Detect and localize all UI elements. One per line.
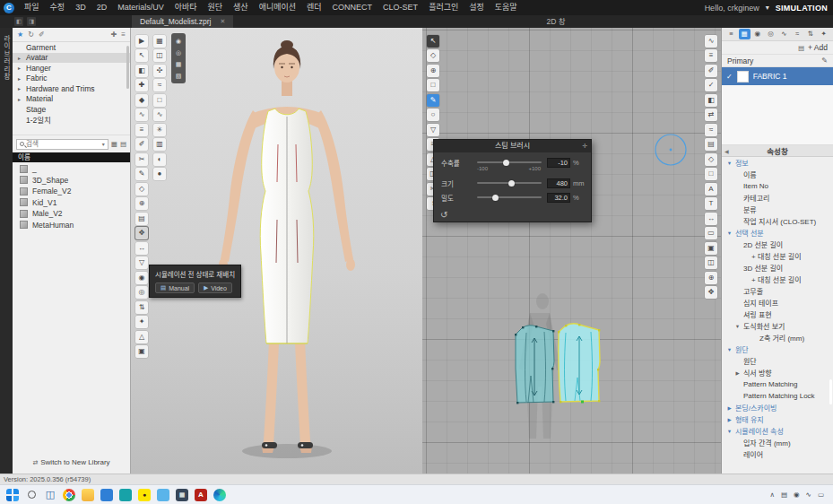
library-tree-item[interactable]: ▸Hanger (13, 63, 130, 74)
edit-brush-icon[interactable]: ✐ (39, 30, 45, 39)
property-row[interactable]: 카테고리 (722, 192, 833, 204)
menu-item-9[interactable]: 렌더 (301, 0, 327, 15)
library-menu-icon[interactable]: ≡ (121, 30, 126, 39)
property-row[interactable]: ▼원단 (722, 343, 833, 355)
texture-editor-icon[interactable]: ▦ (153, 35, 166, 48)
thumbnail-view-icon[interactable]: ▦ (111, 140, 117, 148)
annotation-icon[interactable]: T (705, 197, 717, 210)
tree-toggle-icon[interactable]: ▶ (734, 370, 741, 376)
acrobat-icon[interactable]: A (195, 489, 207, 501)
dart-icon[interactable]: ◇ (135, 183, 148, 196)
avatar-3d[interactable] (131, 28, 422, 474)
scene-list-icon[interactable]: ≡ (725, 29, 737, 39)
list-view-icon[interactable]: ▤ (120, 140, 126, 148)
property-row[interactable]: 입자 간격 (mm) (722, 437, 833, 448)
show-mesh-icon[interactable]: ▦ (174, 59, 184, 69)
library-tree-item[interactable]: Stage (13, 104, 130, 115)
library-tree-item[interactable]: ▸Material (13, 94, 130, 105)
property-row[interactable]: 레이어 (722, 448, 833, 460)
property-row[interactable]: Z축 거리 (mm) (722, 332, 833, 343)
close-tab-icon[interactable]: ✕ (220, 18, 225, 25)
document-tab[interactable]: Default_Modelist.zprj ✕ (132, 15, 233, 28)
search-button[interactable] (25, 489, 38, 501)
uv-map-icon[interactable]: ◫ (153, 49, 166, 62)
button-icon[interactable]: ◉ (135, 272, 148, 284)
property-row[interactable]: ▼선택 선분 (722, 227, 833, 239)
zipper-tab-icon[interactable]: ⇅ (804, 29, 816, 39)
puckering-tab-icon[interactable]: ≈ (792, 29, 803, 39)
select-mesh-icon[interactable]: ◧ (135, 65, 148, 77)
fold-icon[interactable]: △ (135, 331, 148, 343)
menu-item-13[interactable]: 설정 (464, 0, 490, 15)
manual-button[interactable]: ▤Manual (155, 282, 195, 293)
property-row[interactable]: 고무줄 (722, 285, 833, 297)
property-row[interactable]: ▼정보 (722, 157, 833, 169)
slider-handle[interactable] (508, 180, 515, 187)
add-point-icon[interactable]: ⊕ (135, 197, 148, 210)
library-tree-item[interactable]: 1-2일치 (13, 115, 130, 126)
menu-item-6[interactable]: 원단 (203, 0, 229, 15)
colorway-icon[interactable]: ◐ (153, 153, 166, 166)
collapse-panel-icon[interactable]: ◀ (725, 148, 729, 154)
onedrive-tray-icon[interactable]: ▤ (781, 491, 787, 499)
menu-item-10[interactable]: CONNECT (327, 0, 378, 15)
polygon-pattern-icon[interactable]: ✎ (427, 94, 439, 107)
simulate-icon[interactable]: ▶ (135, 35, 148, 48)
flatten-icon[interactable]: ▽ (135, 256, 148, 269)
select-move-icon[interactable]: ↖ (135, 49, 148, 62)
sound-tray-icon[interactable]: ◉ (794, 491, 800, 499)
button-tab-icon[interactable]: ◉ (751, 29, 763, 39)
tree-toggle-icon[interactable]: ▼ (726, 429, 733, 434)
buttonhole-tab-icon[interactable]: ◎ (765, 29, 777, 39)
edit-pencil-icon[interactable]: ✎ (821, 56, 828, 65)
library-item[interactable]: Male_V2 (13, 208, 130, 220)
switch-to-new-library-button[interactable]: ⇄Switch to New Library (13, 458, 130, 466)
property-row[interactable]: 원단 (722, 355, 833, 367)
tree-toggle-icon[interactable]: ▶ (726, 405, 733, 411)
baseline-icon[interactable]: □ (705, 168, 717, 180)
file-explorer-icon[interactable] (82, 489, 94, 501)
add-point-2d-icon[interactable]: ⊕ (427, 65, 439, 77)
calculator-icon[interactable]: ▦ (176, 489, 188, 501)
property-row[interactable]: ▶형태 유지 (722, 413, 833, 425)
show-seam-icon[interactable]: ▧ (174, 71, 184, 81)
grading-2d-icon[interactable]: ▣ (705, 242, 717, 255)
property-row[interactable]: 2D 선분 길이 (722, 239, 833, 250)
slider-handle[interactable] (492, 195, 499, 201)
mail-app-icon[interactable] (157, 489, 169, 501)
simulation-toggle[interactable]: SIMULATION (776, 4, 828, 13)
menu-item-12[interactable]: 플러그인 (423, 0, 464, 15)
library-item[interactable]: MetaHuman (13, 220, 130, 231)
menu-item-14[interactable]: 도움말 (490, 0, 523, 15)
pattern-piece-front-selected[interactable] (558, 324, 600, 404)
wrinkle-icon[interactable]: ∿ (153, 109, 166, 121)
measure-icon[interactable]: ↔ (135, 242, 148, 255)
property-row[interactable]: ▶본딩/스카이빙 (722, 402, 833, 413)
trim-tab-icon[interactable]: ✦ (818, 29, 829, 39)
menu-item-4[interactable]: Materials/UV (112, 0, 169, 15)
2d-pattern-canvas[interactable] (422, 28, 721, 474)
search-filter-caret-icon[interactable]: ▾ (102, 141, 105, 147)
clo-logo-icon[interactable]: C (4, 3, 14, 13)
segment-sewing-2d-icon[interactable]: ≡ (705, 49, 717, 62)
internal-line-icon[interactable]: ◇ (705, 153, 717, 166)
menu-item-7[interactable]: 생산 (228, 0, 254, 15)
sewing-2d-icon[interactable]: ∿ (705, 35, 717, 48)
fabric-texture-icon[interactable]: ▤ (135, 213, 148, 225)
paint-icon[interactable]: ✣ (153, 65, 166, 77)
menu-item-0[interactable]: 파일 (19, 0, 45, 15)
outline-icon[interactable]: □ (153, 94, 166, 107)
kakaotalk-icon[interactable]: ● (138, 489, 151, 501)
text-tool-icon[interactable]: A (705, 183, 717, 196)
print-area-icon[interactable]: ◫ (705, 256, 717, 269)
library-tree-item[interactable]: Garment (13, 42, 130, 53)
network-tray-icon[interactable]: ∿ (806, 491, 811, 499)
menu-item-3[interactable]: 2D (91, 0, 113, 15)
library-tree-item[interactable]: ▸Hardware and Trims (13, 83, 130, 94)
library-tree-item[interactable]: ▸Fabric (13, 74, 130, 84)
render-icon[interactable]: ● (153, 168, 166, 180)
slider-value-field[interactable]: 32.0 (547, 193, 570, 203)
property-row[interactable]: 3D 선분 길이 (722, 262, 833, 274)
measure-2d-icon[interactable]: ↔ (705, 213, 717, 225)
library-scrollbar[interactable] (126, 46, 129, 89)
